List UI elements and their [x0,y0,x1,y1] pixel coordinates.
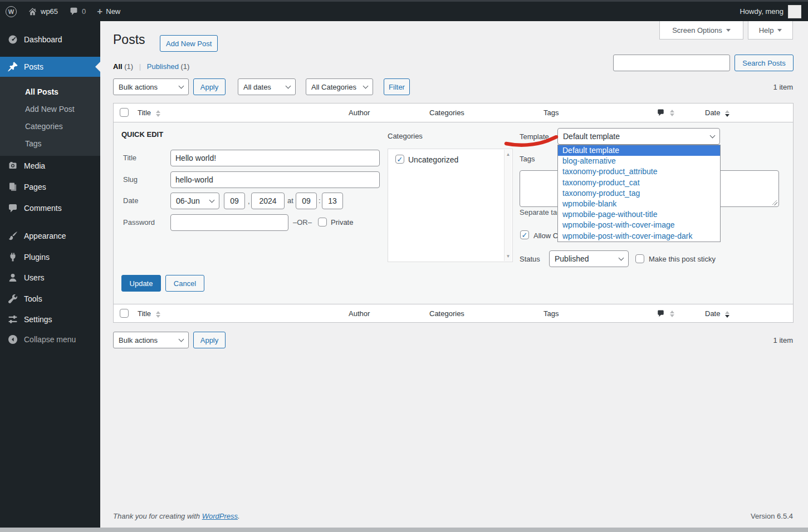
template-option[interactable]: wpmobile-post-with-cover-image-dark [558,231,720,242]
sidebar-item-media[interactable]: Media [0,156,100,176]
month-value: 06-Jun [176,196,200,205]
site-name-menu[interactable]: wp65 [22,2,63,21]
wordpress-footer-link[interactable]: WordPress [202,512,238,520]
comment-bubble-icon [657,109,665,117]
year-field[interactable] [251,193,285,209]
sidebar-item-plugins[interactable]: Plugins [0,247,100,267]
sidebar-item-appearance[interactable]: Appearance [0,226,100,246]
template-select[interactable]: Default template [557,128,720,145]
template-option[interactable]: wpmobile-page-without-title [558,209,720,220]
template-option[interactable]: wpmobile-blank [558,199,720,209]
sort-arrows-icon [156,110,160,117]
sidebar-item-users[interactable]: Users [0,268,100,288]
private-checkbox[interactable] [318,218,327,226]
column-title-sort-link[interactable]: Title [138,309,160,318]
template-selected-value: Default template [563,132,620,141]
dashboard-icon [7,34,18,45]
template-option[interactable]: blog-alternative [558,156,720,166]
wordpress-logo-menu[interactable]: W [0,2,22,21]
plus-icon: + [97,7,102,16]
slug-field[interactable] [170,171,380,188]
sidebar-item-comments[interactable]: Comments [0,198,100,218]
select-all-checkbox[interactable] [120,309,129,318]
admin-bar-new[interactable]: + New [91,2,126,21]
title-field[interactable] [170,150,380,166]
filter-button[interactable]: Filter [384,78,410,95]
new-label: New [106,7,120,16]
template-option[interactable]: taxonomy-product_cat [558,178,720,188]
chevron-down-icon [363,83,369,88]
submenu-item-categories[interactable]: Categories [0,117,100,135]
categories-scrollbar[interactable]: ▲ ▼ [504,150,512,261]
howdy-menu[interactable]: Howdy, meng [740,7,783,16]
sidebar-item-collapse-menu[interactable]: Collapse menu [0,329,100,349]
submenu-item-tags[interactable]: Tags [0,135,100,152]
scroll-down-icon[interactable]: ▼ [505,254,512,259]
update-button[interactable]: Update [121,275,161,292]
chevron-down-icon [179,83,184,88]
minute-field[interactable] [322,193,343,209]
submenu-label: Add New Post [25,105,75,114]
sidebar-item-settings[interactable]: Settings [0,309,100,329]
date-at-label: at [287,196,293,205]
bulk-actions-select[interactable]: Bulk actions [113,78,189,95]
search-input[interactable] [613,55,730,71]
category-uncategorized-label[interactable]: Uncategorized [408,155,458,164]
sidebar-item-posts[interactable]: Posts [0,57,100,77]
all-dates-select[interactable]: All dates [238,78,296,95]
apply-button[interactable]: Apply [193,78,226,95]
private-label[interactable]: Private [331,218,353,226]
view-all-link[interactable]: All (1) [113,62,135,71]
sidebar-item-tools[interactable]: Tools [0,289,100,309]
bulk-actions-select-bottom[interactable]: Bulk actions [113,332,189,348]
chevron-down-icon [179,336,184,342]
column-title-sort-link[interactable]: Title [138,109,160,117]
hour-field[interactable] [296,193,317,209]
all-categories-value: All Categories [311,83,356,91]
sidebar-label: Tools [24,294,42,303]
column-comments-sort-link[interactable] [657,108,674,117]
status-value: Published [555,254,589,263]
select-all-checkbox[interactable] [120,108,129,117]
cancel-button[interactable]: Cancel [165,275,204,292]
admin-bar-comments[interactable]: 0 [63,2,91,21]
view-published-link[interactable]: Published (1) [147,62,190,71]
view-published-label: Published [147,62,179,71]
template-option[interactable]: wpmobile-post-with-cover-image [558,220,720,230]
column-date-sort-link[interactable]: Date [705,109,729,117]
password-field[interactable] [170,214,288,231]
template-option[interactable]: Default template [558,145,720,156]
item-count-bottom: 1 item [773,336,793,344]
template-option[interactable]: taxonomy-product_tag [558,188,720,199]
day-field[interactable] [224,193,245,209]
chevron-down-icon [209,197,215,203]
help-tab[interactable]: Help [748,21,793,40]
add-new-post-button[interactable]: Add New Post [160,35,218,52]
window-bottom-edge [0,528,808,532]
template-option[interactable]: taxonomy-product_attribute [558,166,720,177]
apply-button-bottom[interactable]: Apply [193,332,226,348]
submenu-item-all-posts[interactable]: All Posts [0,83,100,100]
item-count-top: 1 item [773,83,793,91]
wordpress-logo-icon: W [6,6,17,17]
search-posts-button[interactable]: Search Posts [734,55,794,71]
chevron-down-icon [286,83,291,88]
column-comments-sort-link[interactable] [657,309,674,318]
status-select[interactable]: Published [549,250,629,267]
column-categories-label: Categories [429,309,464,318]
all-categories-select[interactable]: All Categories [306,78,373,95]
resize-grip-icon[interactable] [772,200,777,205]
column-date-sort-link[interactable]: Date [705,309,729,318]
scroll-up-icon[interactable]: ▲ [505,152,512,157]
sticky-label[interactable]: Make this post sticky [649,255,716,263]
avatar[interactable] [788,5,801,18]
month-select[interactable]: 06-Jun [170,193,219,209]
category-uncategorized-checkbox[interactable] [395,155,404,164]
submenu-item-add-new-post[interactable]: Add New Post [0,100,100,117]
sidebar-label: Dashboard [24,35,62,44]
sidebar-item-dashboard[interactable]: Dashboard [0,29,100,50]
sidebar-item-pages[interactable]: Pages [0,177,100,197]
screen-options-tab[interactable]: Screen Options [659,21,743,40]
allow-comments-checkbox[interactable] [520,230,529,239]
sticky-checkbox[interactable] [635,254,644,263]
